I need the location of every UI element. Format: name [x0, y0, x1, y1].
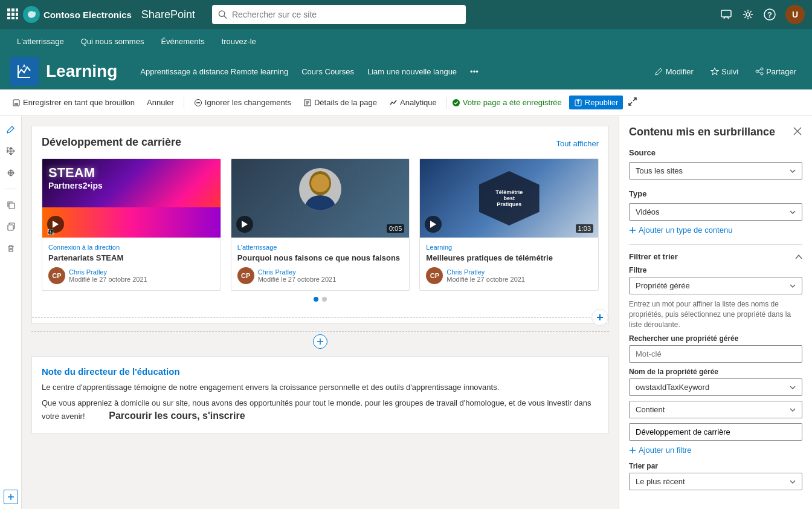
duration-badge-2: 0:05: [387, 224, 404, 233]
carousel-dot-2[interactable]: [322, 297, 327, 302]
duration-badge-3: 1:03: [576, 224, 593, 233]
page-nav-more[interactable]: •••: [464, 65, 485, 79]
search-bar[interactable]: [212, 5, 466, 24]
toolbar-separator: [184, 97, 184, 109]
play-button-2[interactable]: [236, 216, 253, 233]
move-section-icon[interactable]: [2, 143, 19, 160]
expand-button[interactable]: [628, 97, 637, 108]
app-name: Contoso Electronics: [44, 10, 132, 20]
edit-button[interactable]: Modifier: [649, 65, 700, 79]
help-icon[interactable]: ?: [764, 8, 776, 21]
page-icon: [10, 57, 39, 86]
save-draft-button[interactable]: Enregistrer en tant que brouillon: [7, 96, 140, 109]
svg-point-19: [756, 70, 758, 73]
copy-section-icon[interactable]: [2, 196, 19, 213]
settings-icon[interactable]: [742, 8, 754, 21]
text-body-1: Le centre d'apprentissage témoigne de no…: [42, 381, 599, 394]
add-section-plus[interactable]: [313, 334, 327, 349]
video-category-1[interactable]: Connexion à la direction: [48, 244, 214, 251]
search-property-input[interactable]: [629, 345, 802, 363]
video-title-3[interactable]: Meilleures pratiques de télémétrie: [426, 253, 592, 262]
video-title-1[interactable]: Partenariats STEAM: [48, 253, 214, 262]
video-title-2[interactable]: Pourquoi nous faisons ce que nous faison…: [237, 253, 404, 262]
author-avatar-3: CP: [426, 267, 443, 284]
discard-button[interactable]: Ignorer les changements: [189, 96, 296, 109]
page-nav-remote-learning[interactable]: Apprentissage à distance Remote learning: [134, 65, 294, 79]
author-avatar-2: CP: [237, 267, 254, 284]
add-content-type-link[interactable]: Ajouter un type de contenu: [629, 225, 802, 235]
svg-rect-12: [721, 10, 731, 17]
waffle-icon[interactable]: [7, 8, 18, 21]
type-section: Type Vidéos Ajouter un type de contenu: [629, 189, 802, 235]
cancel-button[interactable]: Annuler: [142, 96, 179, 109]
app-logo[interactable]: Contoso Electronics: [23, 6, 132, 23]
copy-icon[interactable]: [2, 218, 19, 235]
svg-rect-0: [7, 8, 10, 11]
filter-section-title: Filtrer et trier: [629, 252, 802, 261]
text-body-2: Que vous appreniez à domicile ou sur sit…: [42, 397, 599, 424]
close-panel-button[interactable]: [793, 126, 802, 138]
contient-dropdown[interactable]: Contient: [629, 401, 802, 418]
page-nav-courses[interactable]: Cours Courses: [295, 65, 360, 79]
author-name-3: Chris Pratley: [446, 268, 525, 276]
add-block-button[interactable]: [591, 309, 608, 326]
steam-label: STEAM: [48, 165, 95, 181]
filter-dropdown[interactable]: Propriété gérée: [629, 277, 802, 294]
type-dropdown[interactable]: Vidéos: [629, 203, 802, 221]
panel-divider: [5, 189, 17, 189]
source-dropdown[interactable]: Tous les sites: [629, 162, 802, 180]
author-info-2: Chris Pratley Modifié le 27 octobre 2021: [258, 268, 337, 283]
chevron-down-icon-5: [790, 408, 796, 412]
sitenav-item-quinoussommes[interactable]: Qui nous sommes: [74, 33, 152, 50]
collapse-icon[interactable]: [795, 254, 802, 259]
page-details-button[interactable]: Détails de la page: [298, 96, 382, 109]
chevron-down-icon-6: [790, 480, 796, 484]
svg-marker-43: [430, 221, 436, 228]
type-section-title: Type: [629, 189, 802, 198]
page-nav-language[interactable]: Liam une nouvelle langue: [361, 65, 463, 79]
development-value-field[interactable]: Développement de carrière: [629, 423, 802, 441]
analytics-button[interactable]: Analytique: [384, 96, 442, 109]
video-category-2[interactable]: L'atterrissage: [237, 244, 404, 251]
republish-button[interactable]: Republier: [569, 96, 624, 109]
follow-button[interactable]: Suivi: [704, 65, 744, 79]
filter-label: Filtre: [629, 266, 802, 274]
cta-text: Parcourir les cours, s'inscrire: [109, 410, 245, 421]
video-card-3-content: Learning Meilleures pratiques de télémét…: [420, 238, 598, 290]
edit-section-icon[interactable]: [2, 121, 19, 138]
add-section-button[interactable]: [4, 490, 18, 504]
play-button-1[interactable]: [47, 216, 64, 233]
share-button[interactable]: Partager: [749, 65, 802, 79]
see-all-link[interactable]: Tout afficher: [556, 139, 599, 148]
svg-point-41: [311, 174, 329, 192]
text-content-block: Note du directeur de l'éducation Le cent…: [31, 356, 609, 433]
panel-header: Contenu mis en surbrillance: [629, 126, 802, 138]
property-name-dropdown[interactable]: owstaxIdTaxKeyword: [629, 378, 802, 396]
sitenav-item-atterrissage[interactable]: L'atterrissage: [10, 33, 71, 50]
page-navigation: Apprentissage à distance Remote learning…: [134, 65, 485, 79]
user-avatar[interactable]: U: [785, 5, 805, 24]
author-date-3: Modifié le 27 octobre 2021: [446, 276, 525, 283]
sort-dropdown[interactable]: Le plus récent: [629, 473, 802, 490]
move-icon[interactable]: [2, 164, 19, 181]
sitenav-item-evenements[interactable]: Événements: [153, 33, 211, 50]
add-filter-link[interactable]: Ajouter un filtre: [629, 446, 802, 455]
page-title: Learning: [46, 62, 117, 81]
video-content-block: Développement de carrière Tout afficher …: [31, 126, 609, 324]
sitenav-item-trouvezle[interactable]: trouvez-le: [214, 33, 263, 50]
video-category-3[interactable]: Learning: [426, 244, 592, 251]
page-actions: Modifier Suivi Partager: [649, 65, 802, 79]
svg-rect-8: [16, 17, 18, 19]
video-thumb-1[interactable]: STEAM Partners2•ips europe 👨‍👩‍👧‍👦: [42, 159, 221, 238]
svg-marker-16: [22, 64, 26, 68]
sort-label: Trier par: [629, 462, 802, 470]
svg-rect-3: [7, 13, 10, 16]
top-nav-actions: ? U: [720, 5, 805, 24]
carousel-dot-1[interactable]: [314, 297, 318, 302]
search-input[interactable]: [232, 10, 460, 19]
video-thumb-2[interactable]: 0:05: [231, 159, 410, 238]
delete-icon[interactable]: [2, 240, 19, 257]
video-thumb-3[interactable]: Télémétrie best Pratiques 1:03: [420, 159, 598, 238]
add-section-area[interactable]: [31, 331, 609, 351]
chat-icon[interactable]: [720, 8, 732, 21]
